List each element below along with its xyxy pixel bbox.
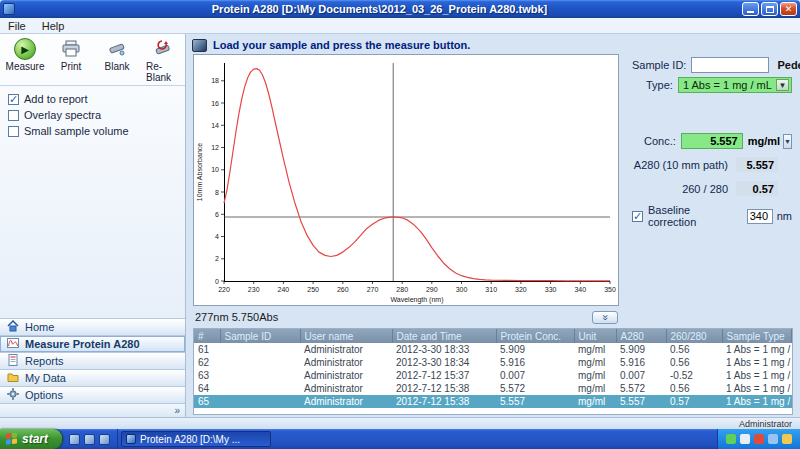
sidebar-item-options[interactable]: Options xyxy=(0,386,185,403)
task-label: Protein A280 [D:\My ... xyxy=(140,434,240,445)
column-header[interactable]: 260/280 xyxy=(666,329,722,343)
column-header[interactable]: Date and Time xyxy=(392,329,496,343)
svg-text:290: 290 xyxy=(426,286,438,293)
a280-value: 5.557 xyxy=(736,157,778,172)
table-cell xyxy=(220,395,300,408)
baseline-correction-label: Baseline correction xyxy=(648,204,741,228)
sidebar-item-home[interactable]: Home xyxy=(0,318,185,335)
measure-button[interactable]: ▶ Measure xyxy=(8,37,42,83)
language-bar-icon[interactable] xyxy=(69,434,80,445)
gear-icon xyxy=(7,388,19,402)
svg-text:220: 220 xyxy=(218,286,230,293)
column-header[interactable]: Protein Conc. xyxy=(496,329,574,343)
add-to-report-checkbox[interactable]: Add to report xyxy=(8,93,177,105)
status-icon-blue[interactable] xyxy=(768,434,778,444)
menu-file[interactable]: File xyxy=(0,18,34,33)
svg-text:18: 18 xyxy=(211,77,219,84)
system-tray xyxy=(717,429,800,449)
ratio-260-280-value: 0.57 xyxy=(736,181,778,196)
windows-flag-icon xyxy=(6,432,18,445)
blank-label: Blank xyxy=(104,61,129,72)
column-header[interactable]: User name xyxy=(300,329,392,343)
results-table-container: #Sample IDUser nameDate and TimeProtein … xyxy=(193,328,793,415)
start-label: start xyxy=(22,432,48,446)
measure-label: Measure xyxy=(6,61,45,72)
checkbox-label: Small sample volume xyxy=(24,125,129,137)
sidebar-item-my-data[interactable]: My Data xyxy=(0,369,185,386)
sidebar-item-reports[interactable]: Reports xyxy=(0,352,185,369)
sidebar-item-label: My Data xyxy=(25,372,66,384)
svg-text:8: 8 xyxy=(215,189,219,196)
taskbar-task-button[interactable]: Protein A280 [D:\My ... xyxy=(121,431,271,447)
table-row[interactable]: 63Administrator2012-7-12 15:370.007mg/ml… xyxy=(194,369,792,382)
column-header[interactable]: # xyxy=(194,329,220,343)
table-cell: 65 xyxy=(194,395,220,408)
column-header[interactable]: Sample ID xyxy=(220,329,300,343)
svg-text:350: 350 xyxy=(604,286,616,293)
sample-id-label: Sample ID: xyxy=(632,59,686,71)
status-icon-yellow[interactable] xyxy=(782,434,792,444)
start-button[interactable]: start xyxy=(0,429,62,449)
chevron-double-down-icon: » xyxy=(600,314,611,320)
baseline-correction-checkbox[interactable] xyxy=(632,211,643,222)
window-title: Protein A280 [D:\My Documents\2012_03_26… xyxy=(19,3,740,15)
sidebar-collapse-strip[interactable]: » xyxy=(0,403,185,417)
minimize-icon xyxy=(747,5,754,13)
table-cell: 5.909 xyxy=(616,343,666,356)
sidebar-item-label: Reports xyxy=(25,355,64,367)
pedestal-label: Pedestal xyxy=(777,59,800,71)
menu-help[interactable]: Help xyxy=(34,18,73,33)
table-cell xyxy=(220,343,300,356)
overlay-spectra-checkbox[interactable]: Overlay spectra xyxy=(8,109,177,121)
type-select[interactable]: 1 Abs = 1 mg / mL ▼ xyxy=(678,77,792,93)
print-button[interactable]: Print xyxy=(54,37,88,83)
svg-text:14: 14 xyxy=(211,122,219,129)
chevron-expand-icon: » xyxy=(174,405,180,416)
sample-spectrum xyxy=(224,69,610,281)
blank-button[interactable]: Blank xyxy=(100,37,134,83)
table-cell: mg/ml xyxy=(574,356,616,369)
baseline-unit-label: nm xyxy=(777,210,792,222)
table-cell: 2012-7-12 15:38 xyxy=(392,395,496,408)
ime-tool-icon[interactable] xyxy=(84,434,95,445)
conc-unit-label: mg/ml xyxy=(748,135,780,147)
table-row[interactable]: 62Administrator2012-3-30 18:345.916mg/ml… xyxy=(194,356,792,369)
table-cell: 0.007 xyxy=(496,369,574,382)
column-header[interactable]: Unit xyxy=(574,329,616,343)
main-area: Load your sample and press the measure b… xyxy=(186,34,800,417)
baseline-wavelength-input[interactable] xyxy=(747,209,773,224)
table-cell: 64 xyxy=(194,382,220,395)
close-button[interactable]: ✕ xyxy=(780,2,797,16)
small-sample-volume-checkbox[interactable]: Small sample volume xyxy=(8,125,177,137)
status-icon-red[interactable] xyxy=(754,434,764,444)
maximize-button[interactable] xyxy=(761,2,778,16)
reblank-button[interactable]: Re-Blank xyxy=(146,37,180,83)
svg-text:270: 270 xyxy=(367,286,379,293)
table-header-row: #Sample IDUser nameDate and TimeProtein … xyxy=(194,329,792,343)
table-row[interactable]: 64Administrator2012-7-12 15:385.572mg/ml… xyxy=(194,382,792,395)
table-cell: 1 Abs = 1 mg / mL xyxy=(722,343,792,356)
status-icon-green[interactable] xyxy=(726,434,736,444)
checkbox-icon xyxy=(8,110,19,121)
column-header[interactable]: A280 xyxy=(616,329,666,343)
svg-text:330: 330 xyxy=(545,286,557,293)
column-header[interactable]: Sample Type xyxy=(722,329,792,343)
table-row[interactable]: 65Administrator2012-7-12 15:385.557mg/ml… xyxy=(194,395,792,408)
table-cell: 63 xyxy=(194,369,220,382)
minimize-button[interactable] xyxy=(742,2,759,16)
reblank-label: Re-Blank xyxy=(146,61,180,83)
sample-id-input[interactable] xyxy=(691,57,769,73)
measure-play-icon: ▶ xyxy=(14,38,36,60)
conc-value-field: 5.557 xyxy=(681,133,743,149)
table-cell: 5.572 xyxy=(496,382,574,395)
spectrum-chart[interactable]: 2202302402502602702802903003103203303403… xyxy=(193,54,619,306)
unit-dropdown-button[interactable]: ▼ xyxy=(783,134,792,149)
status-icon-white[interactable] xyxy=(740,434,750,444)
table-cell: mg/ml xyxy=(574,369,616,382)
collapse-chart-button[interactable]: » xyxy=(592,311,618,324)
app-shortcut-icon[interactable] xyxy=(99,434,110,445)
table-cell: 0.56 xyxy=(666,382,722,395)
sidebar-item-measure-protein-a280[interactable]: Measure Protein A280 xyxy=(0,335,185,352)
close-icon: ✕ xyxy=(785,5,793,14)
table-row[interactable]: 61Administrator2012-3-30 18:335.909mg/ml… xyxy=(194,343,792,356)
